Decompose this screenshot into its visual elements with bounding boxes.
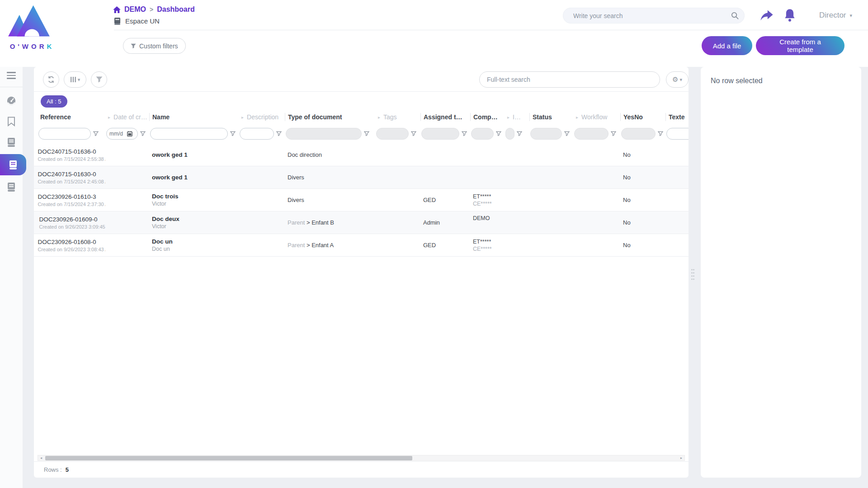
filter-button[interactable] [91, 71, 107, 88]
funnel-outline-icon[interactable] [140, 131, 146, 136]
breadcrumb-separator: > [150, 6, 153, 13]
notifications-button[interactable] [783, 9, 796, 22]
expand-arrow-icon: ▸ [378, 115, 380, 120]
date-filter-input[interactable] [109, 131, 126, 137]
funnel-outline-icon[interactable] [364, 131, 369, 136]
filter-cell-description [239, 128, 285, 140]
all-count-badge[interactable]: All : 5 [41, 95, 67, 108]
table-row[interactable]: DOC230926-01610-3Created on 7/15/2024 2:… [34, 189, 689, 211]
workspace-name: Espace UN [125, 17, 160, 25]
custom-filters-button[interactable]: Custom filters [123, 38, 186, 54]
calendar-icon[interactable] [127, 131, 132, 136]
column-header-status[interactable]: Status [529, 113, 573, 121]
sidebar-item-documents[interactable] [0, 133, 23, 151]
texte-filter-input[interactable] [670, 131, 689, 137]
sidebar-divider [0, 87, 23, 87]
expand-arrow-icon: ▸ [576, 115, 578, 120]
chevron-down-icon: ▾ [679, 77, 682, 83]
column-header-description[interactable]: ▸Description [239, 113, 285, 121]
rows-count: 5 [66, 466, 69, 473]
book-icon [114, 18, 121, 25]
table-settings-button[interactable]: ⚙ ▾ [666, 71, 689, 88]
fulltext-search [479, 71, 660, 88]
fulltext-search-input[interactable] [487, 76, 652, 83]
filter-cell-assigned [420, 128, 470, 140]
horizontal-scrollbar[interactable]: ◂ ▸ [38, 455, 685, 461]
columns-visibility-button[interactable]: ▾ [64, 71, 86, 88]
column-header-assigned[interactable]: Assigned t… [420, 113, 470, 121]
workflow-filter-disabled [574, 128, 609, 140]
column-header-company[interactable]: Comp… [470, 113, 505, 121]
type-filter-disabled [286, 128, 362, 140]
scroll-left-arrow[interactable]: ◂ [38, 456, 44, 460]
column-header-tags[interactable]: ▸Tags [375, 113, 420, 121]
breadcrumb-root[interactable]: DEMO [124, 5, 146, 14]
expand-arrow-icon: ▸ [241, 115, 244, 120]
filter-cell-status [529, 128, 573, 140]
create-from-template-button[interactable]: Create from a template [756, 36, 844, 55]
funnel-icon [131, 43, 136, 49]
sidebar-toggle-button[interactable] [0, 68, 23, 83]
breadcrumb-current[interactable]: Dashboard [157, 5, 195, 14]
name-filter-input[interactable] [154, 131, 224, 137]
column-header-name[interactable]: Name [149, 113, 239, 121]
gear-icon: ⚙ [672, 75, 678, 84]
app-logo[interactable]: O'WORK [7, 4, 57, 50]
user-role-dropdown[interactable]: Director ▾ [819, 11, 852, 20]
scrollbar-thumb[interactable] [45, 456, 412, 460]
chevron-down-icon: ▾ [78, 77, 80, 83]
column-header-workflow[interactable]: ▸Workflow [573, 113, 620, 121]
filter-cell-type [285, 128, 375, 140]
table-row[interactable]: DOC240715-01630-0Created on 7/15/2024 2:… [34, 166, 689, 189]
funnel-outline-icon[interactable] [517, 131, 522, 136]
funnel-outline-icon[interactable] [276, 131, 282, 136]
book-icon [6, 137, 16, 147]
description-filter-input[interactable] [244, 131, 270, 137]
share-button[interactable] [760, 10, 774, 22]
chevron-down-icon: ▾ [850, 13, 853, 19]
funnel-outline-icon[interactable] [462, 131, 467, 136]
reference-filter-input[interactable] [42, 131, 87, 137]
filter-cell-yesno [620, 128, 665, 140]
sidebar-item-bookmarks[interactable] [0, 113, 23, 131]
sidebar-item-dashboard[interactable] [0, 92, 23, 110]
global-search-input[interactable] [573, 12, 731, 19]
column-header-texte[interactable]: Texte [665, 113, 689, 121]
funnel-outline-icon[interactable] [230, 131, 236, 136]
table-row[interactable]: DOC230926-01608-0Created on 9/26/2023 3:… [34, 234, 689, 257]
funnel-outline-icon[interactable] [611, 131, 616, 136]
table-toolbar: ▾ ⚙ ▾ [34, 67, 689, 92]
column-header-type[interactable]: Type of document [285, 113, 375, 121]
column-header-i[interactable]: ▸I… [505, 113, 529, 121]
funnel-outline-icon[interactable] [411, 131, 416, 136]
filter-cell-date [105, 128, 149, 140]
home-icon[interactable] [113, 6, 121, 13]
detail-panel: No row selected [701, 67, 861, 478]
sidebar-item-archive[interactable] [0, 178, 23, 196]
add-file-button[interactable]: Add a file [702, 36, 752, 55]
funnel-outline-icon[interactable] [496, 131, 501, 136]
filter-cell-name [149, 128, 239, 140]
column-header-reference[interactable]: Reference [38, 113, 105, 121]
table-row[interactable]: w DOC230926-01609-0Created on 9/26/2023 … [34, 211, 689, 234]
filter-cell-tags [375, 128, 420, 140]
breadcrumb: DEMO > Dashboard [113, 5, 195, 14]
bookmark-icon [7, 117, 16, 127]
scroll-right-arrow[interactable]: ▸ [678, 456, 684, 460]
global-search [563, 8, 745, 23]
panel-resize-handle[interactable] [691, 268, 695, 281]
funnel-outline-icon[interactable] [658, 131, 663, 136]
column-header-yesno[interactable]: YesNo [620, 113, 665, 121]
status-filter-disabled [530, 128, 562, 140]
rows-label: Rows : [44, 466, 62, 473]
table-row[interactable]: DOC240715-01636-0Created on 7/15/2024 2:… [34, 144, 689, 166]
refresh-button[interactable] [43, 71, 59, 88]
funnel-outline-icon[interactable] [93, 131, 99, 136]
search-icon[interactable] [731, 12, 739, 19]
filter-cell-reference [38, 128, 105, 140]
funnel-outline-icon[interactable] [564, 131, 570, 136]
column-header-date[interactable]: ▸Date of cr… [105, 113, 149, 121]
filter-cell-texte [665, 128, 689, 140]
funnel-icon [96, 76, 103, 83]
sidebar-item-ged-active[interactable] [0, 154, 26, 175]
